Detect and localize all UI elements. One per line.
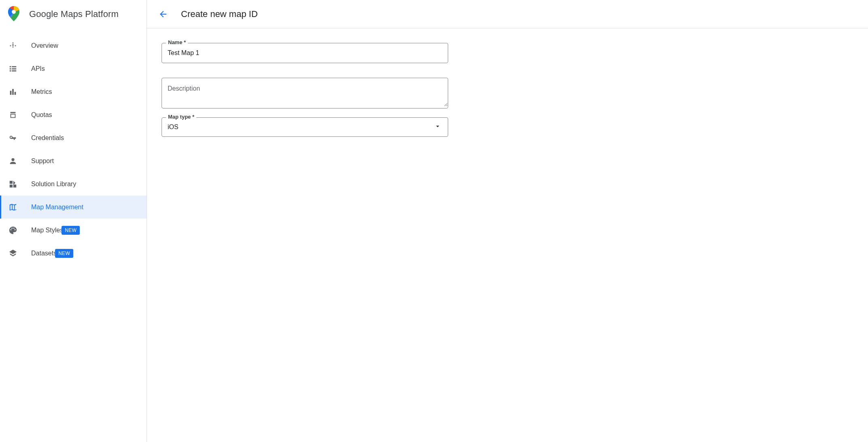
sidebar-item-overview[interactable]: Overview xyxy=(0,34,147,57)
page-title: Create new map ID xyxy=(181,9,258,19)
back-button[interactable] xyxy=(157,8,170,21)
google-maps-logo-icon xyxy=(8,6,20,22)
nav-label: Map Styles xyxy=(31,227,63,234)
nav-label: Support xyxy=(31,157,138,165)
maptype-field: Map type * iOS xyxy=(162,117,448,137)
sidebar-item-datasets[interactable]: Datasets NEW xyxy=(0,242,147,265)
sidebar-item-metrics[interactable]: Metrics xyxy=(0,80,147,103)
new-badge: NEW xyxy=(62,226,80,235)
person-icon xyxy=(8,156,18,166)
description-field xyxy=(162,78,448,108)
nav-label: Credentials xyxy=(31,134,138,142)
sidebar-item-map-management[interactable]: Map Management xyxy=(0,196,147,219)
main-header: Create new map ID xyxy=(147,0,868,28)
name-input[interactable] xyxy=(162,43,448,63)
nav-label: Datasets xyxy=(31,250,57,257)
svg-point-0 xyxy=(12,10,16,14)
sidebar-item-quotas[interactable]: Quotas xyxy=(0,103,147,126)
maptype-label: Map type * xyxy=(166,114,196,120)
nav-label: Quotas xyxy=(31,111,138,119)
sidebar-nav: Overview APIs Metrics Quotas xyxy=(0,28,147,265)
sidebar-item-apis[interactable]: APIs xyxy=(0,57,147,80)
bar-chart-icon xyxy=(8,87,18,97)
widgets-icon xyxy=(8,179,18,189)
palette-icon xyxy=(8,225,18,235)
name-field: Name * xyxy=(162,43,448,63)
key-icon xyxy=(8,133,18,143)
map-icon xyxy=(8,202,18,212)
arrow-back-icon xyxy=(158,9,168,19)
description-input[interactable] xyxy=(162,78,448,106)
maptype-select[interactable]: iOS xyxy=(162,118,448,136)
sidebar-item-solution-library[interactable]: Solution Library xyxy=(0,172,147,196)
nav-label: Map Management xyxy=(31,204,138,211)
product-title: Google Maps Platform xyxy=(29,9,119,19)
nav-label: Overview xyxy=(31,42,138,49)
quota-icon xyxy=(8,110,18,120)
sidebar-header: Google Maps Platform xyxy=(0,0,147,28)
sidebar-item-map-styles[interactable]: Map Styles NEW xyxy=(0,219,147,242)
nav-label: Metrics xyxy=(31,88,138,96)
name-label: Name * xyxy=(166,39,188,45)
sidebar-item-support[interactable]: Support xyxy=(0,149,147,172)
sidebar-item-credentials[interactable]: Credentials xyxy=(0,126,147,149)
main-content: Create new map ID Name * Map type * iOS xyxy=(147,0,868,442)
nav-label: APIs xyxy=(31,65,138,72)
create-map-form: Name * Map type * iOS xyxy=(147,28,463,164)
sidebar: Google Maps Platform Overview APIs Metr xyxy=(0,0,147,442)
layers-icon xyxy=(8,249,18,258)
api-icon xyxy=(8,41,18,51)
nav-label: Solution Library xyxy=(31,181,138,188)
new-badge: NEW xyxy=(55,249,73,258)
list-icon xyxy=(8,64,18,74)
